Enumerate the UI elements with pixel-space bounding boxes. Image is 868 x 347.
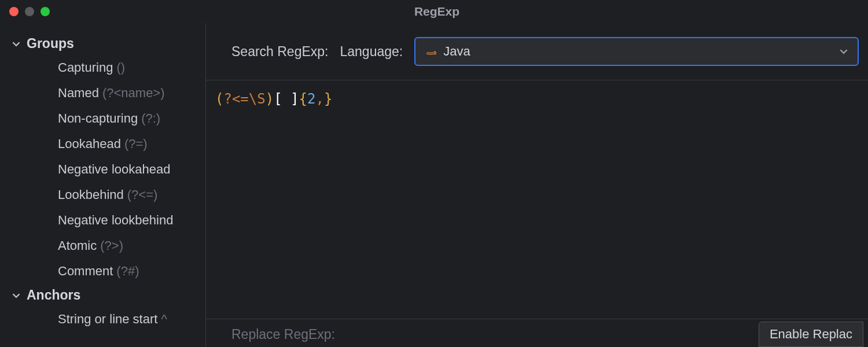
- tree-item-label: Negative lookahead: [58, 162, 170, 176]
- chevron-down-icon: [12, 291, 21, 300]
- tree-item[interactable]: Capturing(): [0, 55, 205, 80]
- tree-item[interactable]: Negative lookahead: [0, 157, 205, 182]
- content-area: Search RegExp: Language: Java (?<=\S)[ ]…: [206, 23, 868, 347]
- regex-token: ): [266, 91, 274, 107]
- chevron-down-icon: [839, 47, 848, 56]
- tree-item-label: Negative lookbehind: [58, 213, 173, 227]
- regex-editor[interactable]: (?<=\S)[ ]{2,}: [206, 80, 868, 319]
- tree-item-label: Non-capturing: [58, 111, 138, 125]
- toolbar: Search RegExp: Language: Java: [206, 23, 868, 80]
- tree-item-suffix: (?=): [124, 136, 148, 151]
- tree-item-suffix: (?<=): [127, 187, 158, 202]
- regex-token: (: [215, 91, 223, 107]
- tree-item[interactable]: Non-capturing(?:): [0, 106, 205, 131]
- regex-token: 2: [307, 91, 315, 107]
- search-label: Search RegExp:: [231, 44, 328, 60]
- regex-token: [ ]: [274, 91, 299, 107]
- tree-item-suffix: ^: [161, 312, 167, 326]
- tree-item[interactable]: Named(?<name>): [0, 80, 205, 106]
- tree-item-label: Lookbehind: [58, 187, 124, 202]
- replace-label: Replace RegExp:: [231, 327, 335, 342]
- regex-token: ,: [315, 91, 323, 107]
- tree-item-label: Comment: [58, 264, 113, 278]
- regex-token: \S: [249, 91, 266, 107]
- tree-item-label: Lookahead: [58, 136, 121, 151]
- tree-item[interactable]: Atomic(?>): [0, 233, 205, 259]
- tree-item[interactable]: Lookbehind(?<=): [0, 182, 205, 208]
- tree-section-anchors[interactable]: Anchors: [0, 284, 205, 307]
- language-value: Java: [443, 44, 832, 59]
- java-icon: [425, 46, 436, 57]
- titlebar: RegExp: [0, 0, 868, 23]
- tree-item[interactable]: Negative lookbehind: [0, 208, 205, 233]
- window-title: RegExp: [50, 5, 824, 19]
- regex-token: }: [324, 91, 332, 107]
- tree-item-label: String or line start: [58, 312, 157, 326]
- tree-item-suffix: (?#): [116, 264, 139, 278]
- tree-item[interactable]: Comment(?#): [0, 259, 205, 284]
- tree-item-suffix: (): [116, 60, 125, 75]
- tree-section-label: Groups: [27, 36, 74, 51]
- tree-item[interactable]: String or line start^: [0, 307, 205, 332]
- regex-token: ?<=: [223, 91, 248, 107]
- tree-item-label: Atomic: [58, 238, 97, 253]
- replace-bar: Replace RegExp: Enable Replac: [206, 319, 868, 347]
- main-area: Groups Capturing()Named(?<name>)Non-capt…: [0, 23, 868, 347]
- tree-section-label: Anchors: [27, 287, 80, 303]
- tree-item-label: Named: [58, 86, 99, 100]
- enable-replace-button[interactable]: Enable Replac: [759, 322, 863, 347]
- maximize-icon[interactable]: [41, 7, 50, 16]
- tree-section-groups[interactable]: Groups: [0, 32, 205, 55]
- tree-item[interactable]: Lookahead(?=): [0, 131, 205, 157]
- close-icon[interactable]: [9, 7, 19, 16]
- tree-item-suffix: (?:): [141, 111, 160, 125]
- tree-item-label: Capturing: [58, 60, 113, 75]
- window-controls: [9, 7, 50, 16]
- regex-token: {: [299, 91, 307, 107]
- language-select[interactable]: Java: [414, 37, 859, 66]
- tree-item-suffix: (?<name>): [102, 86, 165, 100]
- tree-item-suffix: (?>): [100, 238, 123, 253]
- sidebar: Groups Capturing()Named(?<name>)Non-capt…: [0, 23, 206, 347]
- minimize-icon[interactable]: [25, 7, 34, 16]
- chevron-down-icon: [12, 39, 21, 49]
- language-label: Language:: [340, 44, 403, 60]
